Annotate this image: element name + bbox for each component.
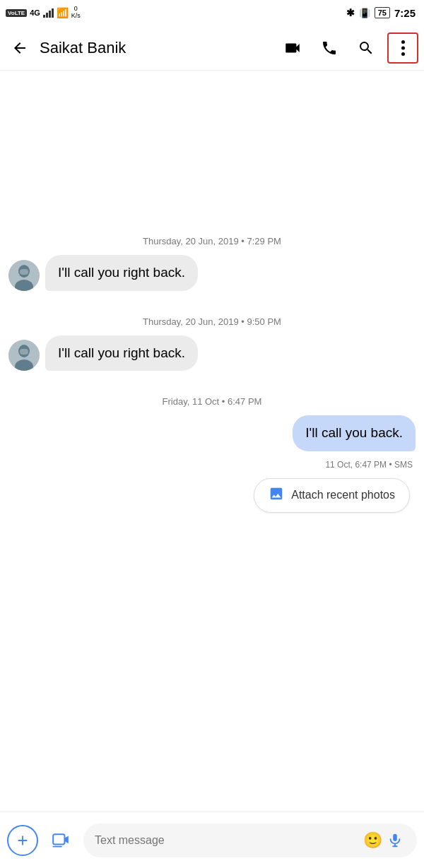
text-message-input[interactable] xyxy=(95,834,362,847)
message-row-2: I'll call you right back. xyxy=(8,335,416,371)
clock: 7:25 xyxy=(394,7,416,19)
attach-recent-photos-button[interactable]: Attach recent photos xyxy=(254,478,410,513)
volte-badge: VoLTE xyxy=(6,9,27,17)
add-button[interactable] xyxy=(7,825,38,856)
avatar-2 xyxy=(8,340,40,371)
svg-point-1 xyxy=(401,46,405,49)
spacer xyxy=(8,82,416,223)
bubble-3: I'll call you back. xyxy=(293,415,416,451)
phone-call-button[interactable] xyxy=(314,32,345,64)
svg-rect-12 xyxy=(393,833,397,840)
bluetooth-icon: ✱ xyxy=(346,7,355,18)
svg-point-2 xyxy=(401,52,405,56)
svg-rect-11 xyxy=(53,834,64,844)
messages-area: Thursday, 20 Jun, 2019 • 7:29 PM I'll ca… xyxy=(0,71,424,706)
bubble-2: I'll call you right back. xyxy=(45,335,198,371)
avatar-1 xyxy=(8,260,40,291)
more-options-button[interactable] xyxy=(387,32,418,64)
input-bar: 🙂 xyxy=(0,811,424,868)
bubble-1: I'll call you right back. xyxy=(45,255,198,291)
search-button[interactable] xyxy=(351,32,382,64)
status-right: ✱ 📳 75 7:25 xyxy=(346,7,416,19)
timestamp-1: Thursday, 20 Jun, 2019 • 7:29 PM xyxy=(8,236,416,246)
battery-percent: 75 xyxy=(375,7,390,18)
text-input-wrap: 🙂 xyxy=(83,824,417,857)
sent-info: 11 Oct, 6:47 PM • SMS xyxy=(8,460,413,470)
network-4g: 4G xyxy=(30,8,40,17)
status-left: VoLTE 4G 📶 0K/s xyxy=(6,6,81,20)
battery-indicator: 75 xyxy=(375,7,390,18)
contact-name: Saikat Banik xyxy=(40,39,271,57)
message-row-3: I'll call you back. xyxy=(8,415,416,451)
emoji-button[interactable]: 🙂 xyxy=(362,828,384,853)
svg-rect-10 xyxy=(20,349,28,355)
microphone-button[interactable] xyxy=(384,828,406,853)
vibrate-icon: 📳 xyxy=(359,8,370,18)
status-bar: VoLTE 4G 📶 0K/s ✱ 📳 75 7:25 xyxy=(0,0,424,25)
data-speed: 0K/s xyxy=(71,6,81,20)
timestamp-2: Thursday, 20 Jun, 2019 • 9:50 PM xyxy=(8,316,416,327)
svg-rect-6 xyxy=(20,269,28,275)
photo-icon xyxy=(269,486,284,505)
video-call-button[interactable] xyxy=(277,32,308,64)
back-button[interactable] xyxy=(6,34,34,62)
timestamp-3: Friday, 11 Oct • 6:47 PM xyxy=(8,396,416,407)
media-button[interactable] xyxy=(45,825,76,856)
message-row-1: I'll call you right back. xyxy=(8,255,416,291)
wifi-icon: 📶 xyxy=(57,7,69,18)
svg-point-0 xyxy=(401,40,405,44)
toolbar: Saikat Banik xyxy=(0,25,424,71)
signal-bars xyxy=(43,8,54,18)
attach-label: Attach recent photos xyxy=(291,489,395,501)
attach-suggestion: Attach recent photos xyxy=(8,478,410,513)
